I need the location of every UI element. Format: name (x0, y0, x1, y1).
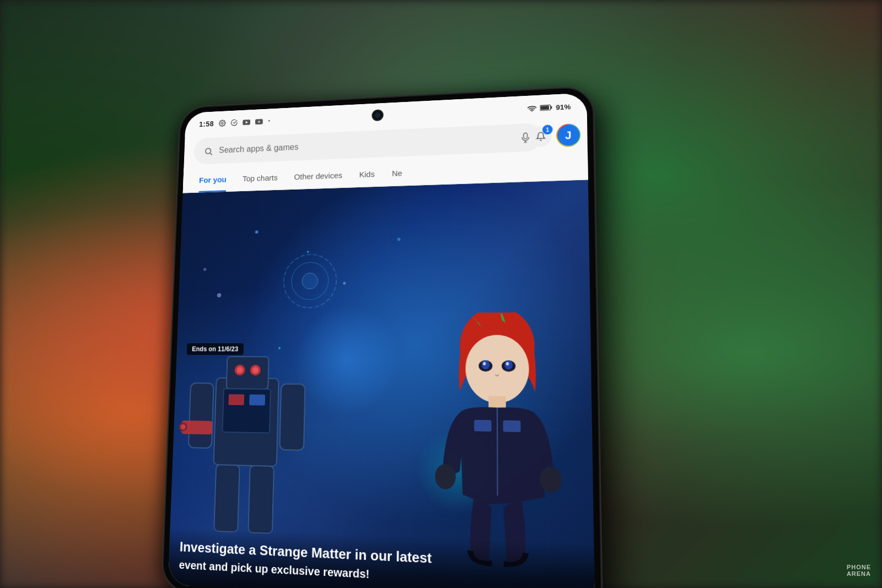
energy-effect (270, 240, 350, 321)
avatar-letter: J (557, 125, 579, 146)
microphone-icon[interactable] (521, 132, 530, 143)
svg-rect-27 (214, 465, 239, 532)
svg-rect-9 (541, 106, 549, 110)
svg-rect-25 (189, 383, 214, 448)
svg-point-6 (531, 111, 533, 112)
status-right: 91% (528, 103, 571, 112)
svg-point-33 (465, 335, 529, 403)
settings-icon (219, 120, 226, 127)
header-actions: 1 J (530, 123, 580, 148)
site-watermark: PHONE ARENA (847, 564, 871, 577)
svg-rect-12 (524, 133, 528, 139)
svg-rect-23 (228, 394, 244, 405)
svg-rect-17 (227, 357, 269, 389)
phone-device: 1:58 (162, 86, 603, 588)
user-avatar-button[interactable]: J (556, 123, 580, 147)
svg-point-10 (206, 148, 211, 154)
wifi-icon (528, 105, 537, 111)
svg-rect-8 (551, 106, 552, 109)
anime-character (416, 312, 582, 570)
svg-rect-24 (249, 395, 265, 406)
svg-point-36 (481, 360, 490, 369)
youtube-icon (243, 119, 250, 125)
status-time: 1:58 (199, 120, 214, 128)
svg-rect-41 (474, 420, 491, 431)
phone-screen: 1:58 (168, 93, 595, 588)
dot-icon: · (268, 116, 271, 126)
svg-rect-26 (279, 384, 305, 451)
status-left: 1:58 (199, 116, 271, 130)
search-placeholder: Search apps & games (219, 133, 514, 155)
battery-percent: 91% (556, 103, 571, 111)
game-art (168, 180, 595, 588)
tab-kids[interactable]: Kids (351, 161, 384, 187)
svg-point-38 (483, 362, 486, 365)
tab-top-charts[interactable]: Top charts (234, 165, 286, 191)
tab-news[interactable]: Ne (383, 160, 411, 186)
tab-other-devices[interactable]: Other devices (286, 163, 351, 190)
watermark-line1: PHONE (847, 564, 871, 570)
watermark-line2: ARENA (847, 570, 871, 577)
svg-point-0 (222, 122, 223, 124)
svg-rect-42 (503, 420, 521, 433)
mech-character (175, 335, 317, 547)
svg-point-39 (506, 362, 509, 365)
battery-icon (540, 104, 552, 111)
svg-line-11 (210, 153, 212, 155)
search-icon (204, 145, 213, 157)
banner-background: Ends on 11/6/23 Investigate a Strange Ma… (168, 180, 595, 588)
game-banner[interactable]: Ends on 11/6/23 Investigate a Strange Ma… (168, 180, 595, 588)
svg-rect-28 (248, 466, 274, 533)
check-circle-icon (230, 119, 238, 126)
banner-ends-date: Ends on 11/6/23 (187, 343, 244, 355)
notifications-button[interactable]: 1 (530, 126, 552, 147)
tab-for-you[interactable]: For you (191, 167, 235, 193)
camera-lens (375, 112, 380, 118)
svg-point-47 (302, 273, 318, 289)
youtube-music-icon (255, 118, 263, 125)
